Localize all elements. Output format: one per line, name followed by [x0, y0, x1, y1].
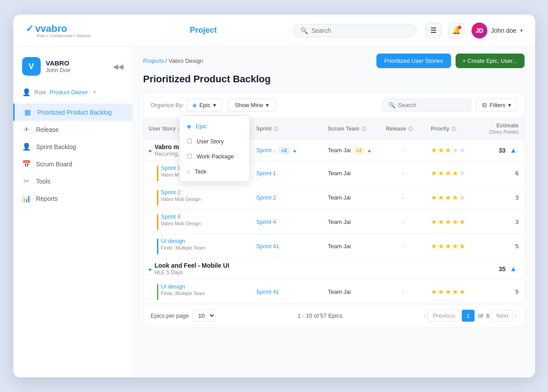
story-bar [157, 238, 158, 254]
star-3-icon: ★ [445, 218, 451, 226]
team-extra-badge: +2 [353, 147, 364, 154]
collapse-sidebar-button[interactable]: ◀◀ [113, 62, 123, 71]
top-search-bar[interactable]: 🔍 [293, 24, 417, 37]
expand-icon[interactable]: ▸ [149, 265, 152, 273]
dropdown-item-epic[interactable]: ◈ Epic [180, 119, 249, 134]
star-5-icon: ★ [459, 242, 465, 250]
dropdown-item-work-package[interactable]: ☐ Work Package [180, 149, 249, 164]
sprint-link[interactable]: Sprint 41 [256, 288, 279, 295]
content-top-bar: Projects / Vabro Design Prioritized User… [143, 46, 525, 73]
star-2-icon: ★ [438, 193, 444, 202]
organize-dropdown[interactable]: ◈ Epic ▾ [187, 99, 222, 111]
star-4-icon: ★ [452, 169, 458, 177]
sidebar-item-scrum-board[interactable]: 📅 Scrum Board [13, 155, 132, 173]
show-mine-button[interactable]: Show Mine ▾ [227, 99, 276, 111]
star-5-icon: ★ [459, 218, 465, 226]
user-chip[interactable]: JD John doe ▾ [471, 23, 523, 38]
top-navigation: ✓ vvabro Plan • Collaborate • Deliver Pr… [13, 15, 535, 46]
info-icon-priority: ⓘ [452, 127, 456, 131]
sprint-icon: 👤 [22, 142, 31, 151]
stars-cell: ★★★★★ [431, 218, 474, 226]
table-row: UI design Finite, Multiple Team Sprint 4… [144, 280, 524, 304]
sprint-link[interactable]: Sprint 4 [256, 219, 276, 225]
table-search-input[interactable] [398, 102, 465, 108]
collapse-icon[interactable]: ▲ [510, 265, 517, 273]
dropdown-label-epic: Epic [196, 123, 207, 130]
story-sprint-cell: Sprint 4 [251, 210, 322, 234]
story-release-cell: - [381, 210, 425, 234]
main-layout: V VABRO John Doe ◀◀ 👤 Role Product Owner… [13, 46, 535, 377]
sprint-link[interactable]: Sprint 2 [256, 194, 276, 201]
story-release-cell: - [381, 280, 425, 304]
sprint-link[interactable]: Sprint 41 [256, 243, 279, 250]
epic-name: Look and Feel - Mobile UI [155, 262, 230, 269]
logo-area: ✓ vvabro Plan • Collaborate • Deliver [26, 23, 114, 38]
pagination: Epics per page 10 20 50 1 - 10 of 57 Epi… [144, 304, 524, 327]
story-name-cell: Sprint 2 Vabro Mob Design [144, 185, 251, 210]
collapse-icon[interactable]: ▲ [510, 146, 517, 154]
search-inline-icon: 🔍 [388, 102, 395, 108]
stars-cell: ★★★★★ [431, 169, 474, 177]
sidebar: V VABRO John Doe ◀◀ 👤 Role Product Owner… [13, 46, 133, 377]
organize-label: Organize By: [151, 102, 184, 108]
story-name[interactable]: Sprint 2 [161, 189, 201, 196]
sidebar-item-tools[interactable]: ✂ Tools [13, 173, 132, 190]
story-bar [157, 214, 158, 230]
story-name[interactable]: UI design [161, 283, 206, 290]
star-5-icon: ★ [459, 193, 465, 202]
sidebar-item-reports[interactable]: 📊 Reports [13, 190, 132, 207]
star-1-icon: ★ [431, 218, 437, 226]
organize-by: Organize By: ◈ Epic ▾ [151, 99, 222, 111]
reports-icon: 📊 [22, 194, 31, 203]
th-release: Release ⓘ [381, 118, 425, 140]
breadcrumb-projects[interactable]: Projects [143, 58, 164, 64]
logo-tagline: Plan • Collaborate • Deliver [37, 34, 114, 38]
story-team-cell: Team Jai [322, 234, 381, 258]
sidebar-label-scrum: Scrum Board [36, 161, 73, 168]
sidebar-label-release: Release [36, 126, 59, 133]
prev-button[interactable]: Previous [428, 310, 460, 322]
sidebar-item-prioritized-backlog[interactable]: ▦ Prioritized Product Backlog [13, 104, 132, 121]
filters-button[interactable]: ⊟ Filters ▾ [476, 99, 517, 111]
create-button[interactable]: + Create Epic, User... [456, 54, 525, 68]
story-release-cell: - [381, 161, 425, 185]
story-release-cell: - [381, 185, 425, 210]
organize-dropdown-menu: ◈ Epic ☐ User Story ☐ Work Package [179, 115, 250, 182]
story-name[interactable]: UI design [161, 238, 206, 244]
star-1-icon: ★ [431, 146, 437, 154]
sidebar-item-sprint-backlog[interactable]: 👤 Sprint Backlog [13, 138, 132, 155]
sidebar-item-release[interactable]: ✈ Release [13, 121, 132, 138]
page-1-button[interactable]: 1 [462, 310, 475, 322]
top-search-input[interactable] [311, 27, 409, 34]
sprint-link[interactable]: Sprint 1 [256, 170, 276, 177]
per-page-select[interactable]: 10 20 50 [192, 310, 216, 322]
menu-icon-button[interactable]: ☰ [425, 23, 441, 38]
story-priority-cell: ★★★★★ [425, 210, 479, 234]
page-range-info: 1 - 10 of 57 Epics [298, 312, 342, 319]
table-row: UI design Finite, Multiple Team Sprint 4… [144, 234, 524, 258]
table-row: Sprint 2 Vabro Mob Design Sprint 2 Team … [144, 185, 524, 210]
sprint-arrow-icon: ▲ [292, 148, 297, 153]
table-row: Sprint 4 Vabro Mob Design Sprint 4 Team … [144, 210, 524, 234]
role-dropdown-icon[interactable]: ▾ [93, 89, 96, 95]
expand-icon[interactable]: ▸ [149, 147, 152, 154]
per-page-selector: Epics per page 10 20 50 [151, 310, 216, 322]
table-search-bar[interactable]: 🔍 [383, 99, 471, 111]
sprint-extra-badge: +2 [279, 147, 290, 154]
user-name: John doe [491, 27, 517, 34]
star-5-icon: ★ [459, 146, 465, 154]
dropdown-item-user-story[interactable]: ☐ User Story [180, 134, 249, 149]
notification-button[interactable]: 🔔 [448, 23, 464, 38]
story-name[interactable]: Sprint 4 [161, 213, 201, 220]
stars-cell: ★★★★★ [431, 193, 474, 202]
logo-text: vvabro [35, 23, 67, 35]
next-button[interactable]: Next [491, 310, 513, 322]
user-story-menu-icon: ☐ [187, 138, 192, 145]
story-sprint-cell: Sprint 2 [251, 185, 322, 210]
breadcrumb: Projects / Vabro Design [143, 58, 203, 64]
dropdown-item-task[interactable]: ○ Task [180, 164, 249, 179]
prioritized-stories-button[interactable]: Prioritized User Stories [376, 54, 451, 68]
nav-center: Project [114, 26, 293, 35]
story-sprint-cell: Sprint 41 [251, 280, 322, 304]
epic-sprint-link[interactable]: Sprint .. [256, 147, 276, 154]
